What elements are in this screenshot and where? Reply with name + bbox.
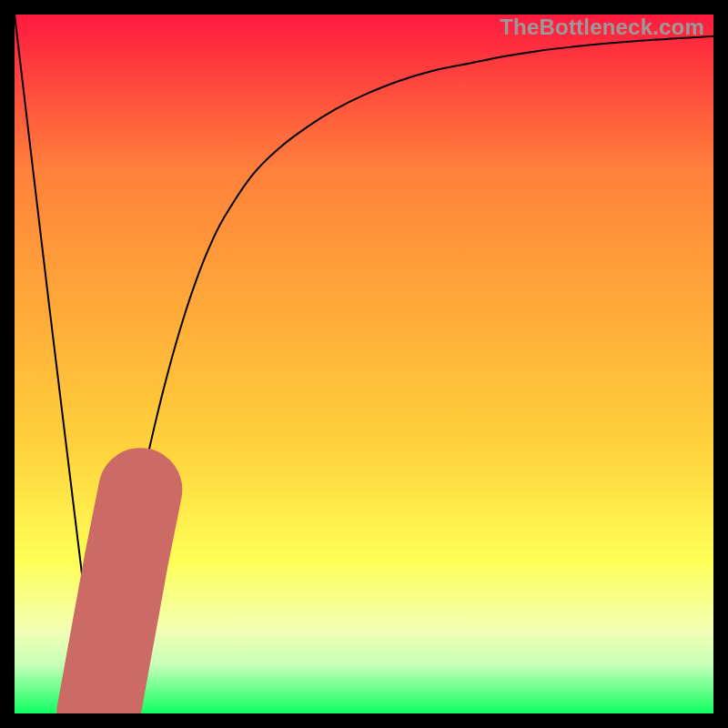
chart-frame: TheBottleneck.com [0, 0, 728, 728]
highlight-segment [98, 490, 140, 713]
plot-area: TheBottleneck.com [15, 15, 713, 713]
bottleneck-chart [15, 15, 713, 713]
watermark-text: TheBottleneck.com [500, 15, 704, 40]
